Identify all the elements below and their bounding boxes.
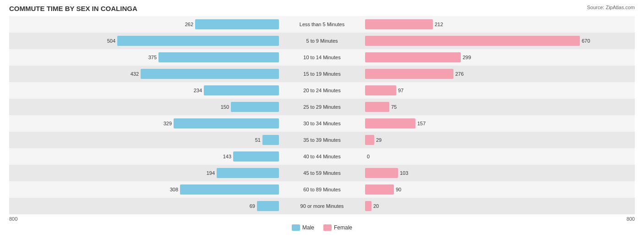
male-bar [233,151,279,162]
table-row: 432 15 to 19 Minutes 276 [9,66,635,82]
female-value: 97 [398,88,412,93]
axis-label-right: 800 [627,216,635,222]
legend-female-label: Female [334,224,352,231]
legend: Male Female [9,224,635,231]
table-row: 194 45 to 59 Minutes 103 [9,165,635,181]
axis-row: 800 800 [9,216,635,222]
female-value: 29 [376,137,390,143]
male-value: 143 [218,154,231,159]
legend-male-label: Male [302,224,314,231]
female-value: 157 [417,121,431,126]
table-row: 308 60 to 89 Minutes 90 [9,181,635,198]
right-section: 670 [363,36,635,46]
male-value: 375 [143,55,157,60]
table-row: 375 10 to 14 Minutes 299 [9,49,635,66]
male-value: 308 [164,187,178,192]
left-section: 262 [9,19,281,29]
male-value: 432 [125,71,139,77]
female-bar [365,201,371,211]
legend-female: Female [323,224,352,231]
row-label: 10 to 14 Minutes [281,55,363,60]
row-label: 40 to 44 Minutes [281,154,363,159]
left-section: 51 [9,135,281,145]
male-value: 234 [188,88,202,93]
female-value: 276 [455,71,469,77]
row-label: 30 to 34 Minutes [281,121,363,126]
table-row: 329 30 to 34 Minutes 157 [9,115,635,132]
male-bar [180,184,279,195]
table-row: 69 90 or more Minutes 20 [9,198,635,214]
female-value: 0 [367,154,381,159]
left-section: 234 [9,85,281,95]
right-section: 103 [363,168,635,178]
left-section: 375 [9,52,281,62]
female-bar [365,52,461,62]
male-value: 329 [158,121,172,126]
table-row: 51 35 to 39 Minutes 29 [9,132,635,148]
left-section: 143 [9,151,281,162]
male-bar [257,201,279,211]
row-label: 35 to 39 Minutes [281,137,363,143]
axis-label-left: 800 [9,216,17,222]
female-bar [365,69,453,79]
legend-male: Male [292,224,314,231]
female-bar [365,184,394,195]
right-section: 276 [363,69,635,79]
female-bar [365,19,433,29]
female-bar [365,102,389,112]
male-bar [195,19,279,29]
male-bar [117,36,279,46]
right-section: 212 [363,19,635,29]
male-value: 51 [247,137,261,143]
male-bar [174,118,279,128]
male-value: 504 [102,38,115,44]
right-section: 299 [363,52,635,62]
male-bar [231,102,279,112]
right-section: 75 [363,102,635,112]
row-label: 15 to 19 Minutes [281,71,363,77]
male-bar [217,168,279,178]
female-bar [365,36,580,46]
left-section: 504 [9,36,281,46]
female-value: 212 [435,22,448,27]
table-row: 143 40 to 44 Minutes 0 [9,148,635,165]
female-bar [365,118,415,128]
legend-female-box [323,224,332,231]
female-bar [365,168,398,178]
right-section: 0 [363,151,635,162]
row-label: Less than 5 Minutes [281,22,363,27]
male-value: 262 [180,22,193,27]
table-row: 234 20 to 24 Minutes 97 [9,82,635,99]
right-section: 97 [363,85,635,95]
male-bar [158,52,279,62]
row-label: 45 to 59 Minutes [281,170,363,176]
female-value: 670 [582,38,595,44]
female-value: 90 [396,187,409,192]
table-row: 504 5 to 9 Minutes 670 [9,33,635,49]
chart-container: COMMUTE TIME BY SEX IN COALINGA Source: … [0,0,644,240]
female-value: 103 [400,170,414,176]
left-section: 69 [9,201,281,211]
source-text: Source: ZipAtlas.com [587,5,635,10]
female-value: 75 [391,104,405,110]
male-value: 69 [241,203,255,209]
male-bar [204,85,279,95]
left-section: 308 [9,184,281,195]
left-section: 329 [9,118,281,128]
table-row: 150 25 to 29 Minutes 75 [9,99,635,115]
right-section: 157 [363,118,635,128]
male-value: 194 [201,170,215,176]
female-value: 299 [463,55,476,60]
right-section: 29 [363,135,635,145]
axis-right: 800 [363,216,635,222]
left-section: 432 [9,69,281,79]
row-label: 90 or more Minutes [281,203,363,209]
male-bar [141,69,279,79]
legend-male-box [292,224,300,231]
male-bar [262,135,279,145]
left-section: 150 [9,102,281,112]
table-row: 262 Less than 5 Minutes 212 [9,16,635,33]
chart-area: 262 Less than 5 Minutes 212 504 5 to 9 M… [9,16,635,214]
right-section: 90 [363,184,635,195]
female-bar [365,85,396,95]
